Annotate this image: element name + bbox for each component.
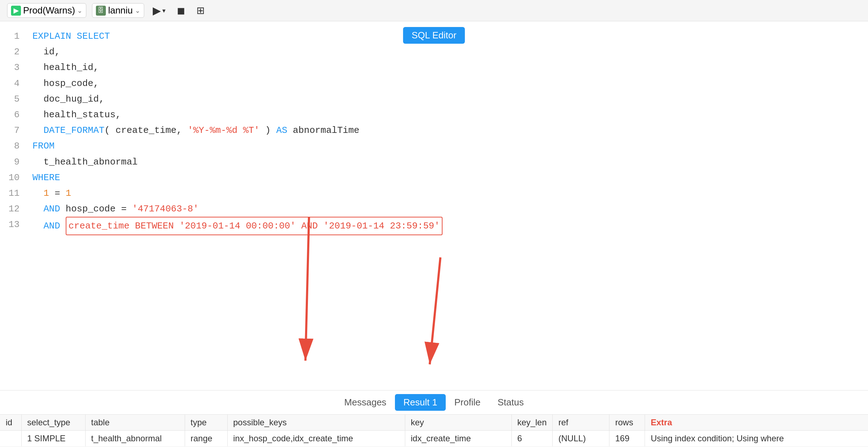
col-header-select-type: select_type [21, 415, 85, 431]
run-button[interactable]: ▶ ▾ [150, 3, 168, 18]
code-line-9: t_health_abnormal [32, 154, 861, 170]
code-line-8: FROM [32, 138, 861, 154]
code-line-10: WHERE [32, 170, 861, 185]
env-label: Prod(Warns) [23, 5, 75, 16]
results-table: id select_type table type possible_keys … [0, 415, 868, 447]
line-numbers: 12345 678910 111213 [0, 28, 25, 235]
table-header-row: id select_type table type possible_keys … [0, 415, 868, 431]
db-selector[interactable]: 🗄 lanniu ⌄ [92, 3, 144, 18]
col-header-type: type [185, 415, 227, 431]
code-line-2: id, [32, 44, 861, 60]
code-line-4: hosp_code, [32, 76, 861, 91]
col-header-table: table [85, 415, 185, 431]
svg-line-3 [430, 257, 440, 364]
col-header-ref: ref [553, 415, 609, 431]
db-label: lanniu [108, 5, 132, 16]
cell-key-len: 6 [511, 431, 553, 447]
tab-result1[interactable]: Result 1 [395, 394, 446, 411]
code-line-12: AND hosp_code = '47174063-8' [32, 201, 861, 217]
code-area: 12345 678910 111213 EXPLAIN SELECT id, h… [0, 21, 868, 242]
col-header-key-len: key_len [511, 415, 553, 431]
tabs-bar: Messages Result 1 Profile Status [0, 391, 868, 415]
tab-messages[interactable]: Messages [336, 394, 395, 411]
cell-ref: (NULL) [553, 431, 609, 447]
code-line-13: AND create_time BETWEEN '2019-01-14 00:0… [32, 217, 861, 235]
col-header-extra: Extra [645, 415, 868, 431]
table-row: 1 SIMPLE t_health_abnormal range inx_hos… [0, 431, 868, 447]
run-icon: ▶ [153, 4, 161, 17]
results-container: id select_type table type possible_keys … [0, 415, 868, 447]
col-header-id: id [0, 415, 21, 431]
col-header-rows: rows [609, 415, 645, 431]
env-selector[interactable]: ▶ Prod(Warns) ⌄ [7, 3, 86, 18]
col-header-possible-keys: possible_keys [227, 415, 405, 431]
db-icon: 🗄 [96, 6, 106, 16]
stop-icon: ◼ [177, 5, 185, 16]
cell-id [0, 431, 21, 447]
stop-button[interactable]: ◼ [174, 3, 188, 18]
col-header-key: key [405, 415, 511, 431]
toolbar: ▶ Prod(Warns) ⌄ 🗄 lanniu ⌄ ▶ ▾ ◼ ⊞ [0, 0, 868, 21]
tab-profile[interactable]: Profile [446, 394, 489, 411]
editor-area: SQL Editor 12345 678910 111213 EXPLAIN S… [0, 21, 868, 390]
db-chevron-icon: ⌄ [135, 7, 140, 15]
bottom-panel: Messages Result 1 Profile Status id [0, 390, 868, 447]
code-line-11: 1 = 1 [32, 185, 861, 201]
cell-extra: Using index condition; Using where [645, 431, 868, 447]
code-line-6: health_status, [32, 107, 861, 123]
cell-possible-keys: inx_hosp_code,idx_create_time [227, 431, 405, 447]
code-line-3: health_id, [32, 60, 861, 75]
code-line-5: doc_hug_id, [32, 91, 861, 107]
code-line-7: DATE_FORMAT( create_time, '%Y-%m-%d %T' … [32, 123, 861, 138]
main-area: SQL Editor 12345 678910 111213 EXPLAIN S… [0, 21, 868, 447]
cell-table: t_health_abnormal [85, 431, 185, 447]
run-dropdown-icon: ▾ [162, 7, 166, 15]
code-content[interactable]: EXPLAIN SELECT id, health_id, hosp_code,… [25, 28, 868, 235]
env-icon: ▶ [11, 6, 21, 16]
cell-select-type: 1 SIMPLE [21, 431, 85, 447]
cell-rows: 169 [609, 431, 645, 447]
cell-key: idx_create_time [405, 431, 511, 447]
tab-status[interactable]: Status [489, 394, 532, 411]
explain-icon: ⊞ [196, 5, 205, 16]
env-chevron-icon: ⌄ [77, 7, 82, 15]
explain-button[interactable]: ⊞ [194, 3, 207, 18]
cell-type: range [185, 431, 227, 447]
sql-editor-tab[interactable]: SQL Editor [403, 27, 465, 44]
